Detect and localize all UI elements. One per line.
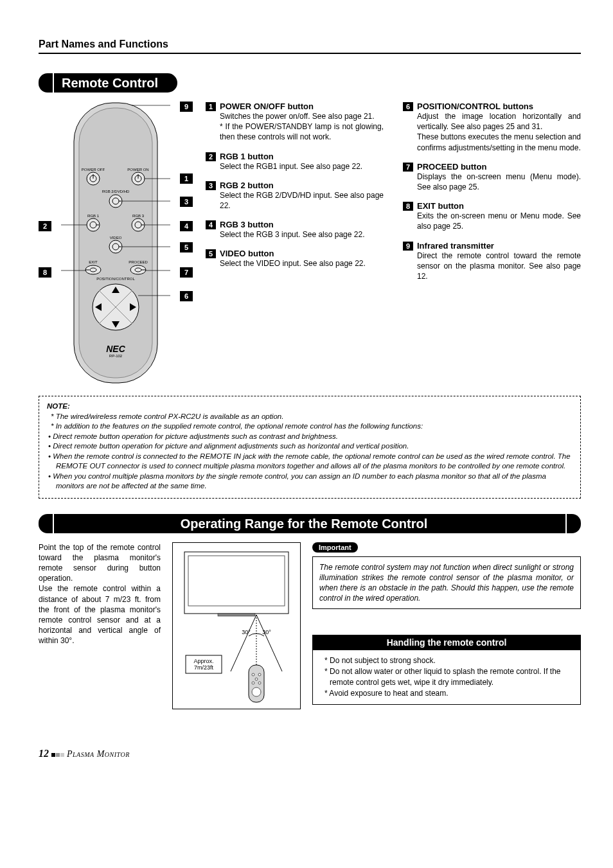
item-title: Infrared transmitter bbox=[417, 241, 494, 251]
svg-text:POWER ON: POWER ON bbox=[127, 168, 148, 172]
description-item: 6POSITION/CONTROL buttonsAdjust the imag… bbox=[403, 102, 581, 153]
callout-2: 2 bbox=[39, 221, 51, 231]
svg-text:NEC: NEC bbox=[106, 344, 125, 354]
footer-product: Plasma Monitor bbox=[67, 749, 130, 759]
svg-rect-50 bbox=[188, 556, 285, 606]
svg-text:RP-102: RP-102 bbox=[109, 354, 123, 358]
handling-line: * Do not subject to strong shock. bbox=[322, 655, 571, 666]
callout-6: 6 bbox=[180, 291, 193, 301]
description-item: 7PROCEED buttonDisplays the on-screen me… bbox=[403, 162, 581, 192]
svg-point-63 bbox=[255, 678, 258, 680]
svg-text:POSITION/CONTROL: POSITION/CONTROL bbox=[96, 277, 135, 281]
item-number: 9 bbox=[403, 242, 413, 251]
section-header-range: Operating Range for the Remote Control bbox=[39, 514, 581, 533]
item-number: 6 bbox=[403, 102, 413, 111]
handling-line: * Avoid exposure to heat and steam. bbox=[322, 688, 571, 699]
handling-body: * Do not subject to strong shock.* Do no… bbox=[312, 650, 581, 704]
svg-text:30°: 30° bbox=[262, 629, 271, 635]
page-number: 12 bbox=[39, 748, 49, 759]
note-line: * The wired/wireless remote control PX-R… bbox=[47, 412, 573, 422]
description-item: 2RGB 1 buttonSelect the RGB1 input. See … bbox=[206, 152, 384, 172]
svg-rect-51 bbox=[218, 614, 255, 616]
section-header-remote: Remote Control bbox=[39, 73, 581, 93]
svg-line-53 bbox=[231, 615, 256, 671]
note-bullet: When you control multiple plasma monitor… bbox=[56, 472, 573, 492]
svg-point-62 bbox=[258, 673, 261, 676]
description-item: 9Infrared transmitterDirect the remote c… bbox=[403, 241, 581, 282]
svg-text:30°: 30° bbox=[242, 629, 251, 635]
range-description: Point the top of the remote control towa… bbox=[39, 542, 161, 709]
svg-text:EXIT: EXIT bbox=[89, 260, 98, 264]
item-body: Select the RGB 3 input. See also page 22… bbox=[220, 229, 384, 240]
item-body: Adjust the image location horizontally a… bbox=[417, 111, 581, 153]
description-item: 1POWER ON/OFF buttonSwitches the power o… bbox=[206, 102, 384, 143]
item-body: Displays the on-screen menu (Menu mode).… bbox=[417, 172, 581, 192]
svg-point-66 bbox=[252, 687, 261, 696]
svg-text:7m/23ft: 7m/23ft bbox=[194, 664, 214, 671]
page-title: Part Names and Functions bbox=[39, 39, 581, 54]
note-bullet: Direct remote button operation for pictu… bbox=[56, 441, 573, 452]
item-body: Direct the remote control toward the rem… bbox=[417, 251, 581, 282]
svg-point-65 bbox=[258, 682, 261, 684]
item-title: RGB 2 button bbox=[220, 181, 274, 190]
item-body: Exits the on-screen menu or Menu mode. S… bbox=[417, 211, 581, 231]
item-title: POWER ON/OFF button bbox=[220, 102, 314, 111]
important-body: The remote control system may not functi… bbox=[312, 556, 581, 610]
item-number: 4 bbox=[206, 220, 216, 229]
description-item: 5VIDEO buttonSelect the VIDEO input. See… bbox=[206, 249, 384, 269]
item-title: RGB 1 button bbox=[220, 152, 274, 161]
item-number: 3 bbox=[206, 181, 216, 190]
callout-4: 4 bbox=[180, 221, 193, 231]
svg-text:RGB 2/DVD/HD: RGB 2/DVD/HD bbox=[102, 190, 130, 193]
svg-point-64 bbox=[252, 682, 254, 684]
description-item: 3RGB 2 buttonSelect the RGB 2/DVD/HD inp… bbox=[206, 181, 384, 211]
note-box: NOTE: * The wired/wireless remote contro… bbox=[39, 396, 581, 499]
svg-text:PROCEED: PROCEED bbox=[129, 260, 148, 264]
item-body: Select the RGB 2/DVD/HD input. See also … bbox=[220, 190, 384, 211]
callout-9: 9 bbox=[180, 102, 193, 112]
item-title: PROCEED button bbox=[417, 162, 486, 172]
section-title: Operating Range for the Remote Control bbox=[54, 514, 565, 533]
svg-text:VIDEO: VIDEO bbox=[110, 236, 122, 240]
item-title: VIDEO button bbox=[220, 249, 274, 258]
page-footer: 12 Plasma Monitor bbox=[39, 748, 581, 759]
item-number: 8 bbox=[403, 202, 413, 211]
header-cap-icon bbox=[565, 514, 581, 533]
item-title: RGB 3 button bbox=[220, 220, 274, 229]
description-item: 4RGB 3 buttonSelect the RGB 3 input. See… bbox=[206, 220, 384, 240]
callout-7: 7 bbox=[180, 267, 193, 278]
handling-line: * Do not allow water or other liquid to … bbox=[322, 666, 571, 688]
item-number: 1 bbox=[206, 102, 216, 111]
svg-text:Approx.: Approx. bbox=[193, 658, 213, 664]
item-number: 5 bbox=[206, 249, 216, 258]
item-number: 2 bbox=[206, 152, 216, 161]
important-label: Important bbox=[312, 542, 358, 553]
callout-8: 8 bbox=[39, 267, 51, 278]
item-body: Switches the power on/off. See also page… bbox=[220, 111, 384, 143]
svg-point-61 bbox=[252, 673, 254, 676]
note-bullet: When the remote control is connected to … bbox=[56, 452, 573, 472]
note-line: * In addition to the features on the sup… bbox=[47, 421, 573, 432]
range-diagram: 30° 30° Approx. 7m/23ft bbox=[172, 542, 301, 709]
callout-3: 3 bbox=[180, 197, 193, 207]
description-column-left: 1POWER ON/OFF buttonSwitches the power o… bbox=[206, 102, 384, 384]
remote-control-icon: POWER OFF POWER ON RGB 2/DVD/HD RGB 1 RG… bbox=[61, 102, 170, 384]
description-column-right: 6POSITION/CONTROL buttonsAdjust the imag… bbox=[403, 102, 581, 384]
svg-text:RGB 3: RGB 3 bbox=[132, 214, 145, 218]
item-body: Select the RGB1 input. See also page 22. bbox=[220, 161, 384, 172]
svg-line-52 bbox=[256, 615, 282, 671]
header-cap-icon bbox=[39, 73, 54, 93]
item-title: POSITION/CONTROL buttons bbox=[417, 102, 533, 111]
note-bullet: Direct remote button operation for pictu… bbox=[56, 432, 573, 442]
handling-title: Handling the remote control bbox=[312, 635, 581, 650]
remote-diagram: 9 1 3 4 5 7 6 2 8 POWER OFF POWER ON RGB… bbox=[39, 102, 193, 384]
item-title: EXIT button bbox=[417, 201, 464, 211]
callout-1: 1 bbox=[180, 173, 193, 184]
section-title: Remote Control bbox=[54, 73, 177, 93]
svg-text:RGB 1: RGB 1 bbox=[87, 214, 100, 218]
item-number: 7 bbox=[403, 163, 413, 172]
svg-text:POWER OFF: POWER OFF bbox=[82, 168, 105, 172]
header-cap-icon bbox=[39, 514, 54, 533]
description-item: 8EXIT buttonExits the on-screen menu or … bbox=[403, 201, 581, 231]
item-body: Select the VIDEO input. See also page 22… bbox=[220, 258, 384, 269]
